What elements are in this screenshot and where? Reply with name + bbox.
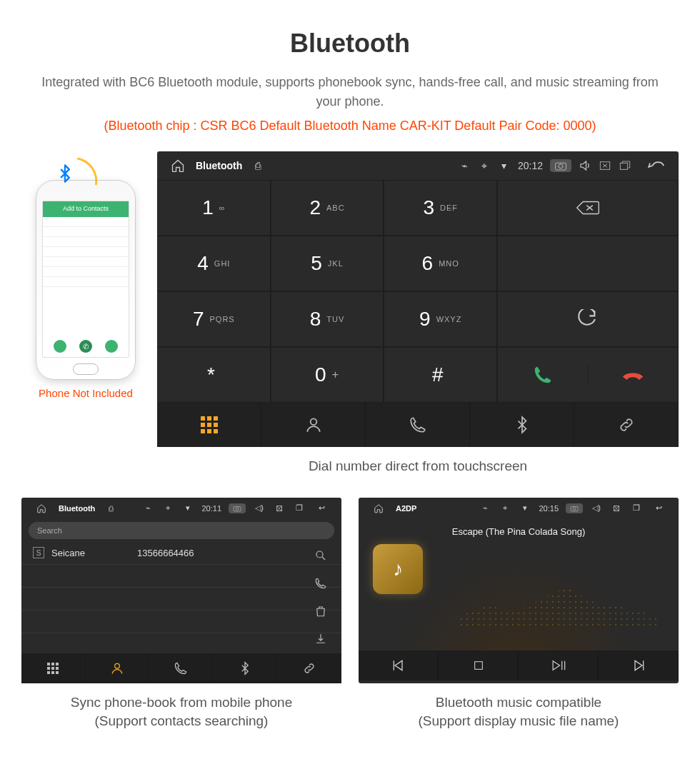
- music-body: Escape (The Pina Colada Song) ♪: [359, 519, 679, 650]
- wifi-icon: ▾: [519, 503, 531, 513]
- home-icon[interactable]: [35, 503, 48, 513]
- back-icon[interactable]: ↩: [315, 503, 328, 513]
- phone-note: Phone Not Included: [21, 387, 150, 399]
- recents-icon[interactable]: ❐: [630, 503, 643, 513]
- prev-button[interactable]: [359, 650, 439, 680]
- signal-wave-icon: [73, 157, 101, 185]
- key-8[interactable]: 8TUV: [271, 291, 384, 347]
- song-title: Escape (The Pina Colada Song): [452, 526, 585, 537]
- close-icon[interactable]: ⛝: [610, 504, 623, 513]
- call-icon[interactable]: [314, 577, 327, 590]
- key-1[interactable]: 1∞: [157, 180, 271, 236]
- phone-home-button: [73, 363, 99, 375]
- music-screen: A2DP ⌁ ⌖ ▾ 20:15 ◁) ⛝ ❐ ↩ Escape (The Pi…: [359, 498, 679, 683]
- usb-icon: ⎙: [251, 160, 264, 171]
- camera-icon[interactable]: [566, 503, 583, 513]
- volume-icon[interactable]: ◁): [253, 503, 266, 513]
- bluetooth-status-icon: ⌁: [141, 503, 154, 513]
- page-subtitle: Integrated with BC6 Bluetooth module, su…: [0, 73, 700, 111]
- phonebook-tabs: [21, 653, 341, 683]
- call-button[interactable]: [498, 364, 588, 386]
- contact-initial: S: [33, 547, 44, 558]
- svg-point-6: [236, 507, 239, 510]
- recents-icon[interactable]: [619, 159, 631, 172]
- key-0[interactable]: 0+: [271, 347, 384, 403]
- location-icon: ⌖: [161, 503, 174, 513]
- caption-dialer: Dial number direct from touchscreen: [136, 457, 700, 476]
- key-6[interactable]: 6MNO: [384, 236, 497, 291]
- close-icon[interactable]: [599, 159, 611, 172]
- status-bar: A2DP ⌁ ⌖ ▾ 20:15 ◁) ⛝ ❐ ↩: [359, 498, 679, 519]
- tab-pair[interactable]: [277, 653, 341, 683]
- music-controls: [359, 650, 679, 680]
- redial-button[interactable]: [497, 291, 679, 347]
- bluetooth-status-icon: ⌁: [479, 503, 491, 513]
- key-2[interactable]: 2ABC: [271, 180, 384, 236]
- camera-icon[interactable]: [550, 159, 571, 172]
- caption-music: Bluetooth music compatible(Support displ…: [359, 693, 679, 731]
- clock: 20:11: [201, 504, 221, 513]
- location-icon: ⌖: [478, 160, 491, 172]
- status-title: A2DP: [396, 504, 416, 513]
- contact-name: Seicane: [51, 548, 137, 558]
- close-icon[interactable]: ⛝: [273, 504, 286, 513]
- tab-pair[interactable]: [574, 403, 679, 447]
- status-bar: Bluetooth ⎙ ⌁ ⌖ ▾ 20:11 ◁) ⛝ ❐ ↩: [21, 498, 341, 519]
- phonebook-screen: Bluetooth ⎙ ⌁ ⌖ ▾ 20:11 ◁) ⛝ ❐ ↩ Search …: [21, 498, 341, 683]
- svg-point-4: [310, 418, 316, 425]
- volume-icon[interactable]: ◁): [590, 503, 603, 513]
- contact-number: 13566664466: [137, 548, 194, 558]
- hangup-button[interactable]: [589, 364, 678, 386]
- side-empty-1: [497, 236, 679, 291]
- tab-call-log[interactable]: [366, 403, 470, 447]
- tab-contacts[interactable]: [86, 653, 150, 683]
- phone-dock: ✆: [43, 340, 129, 353]
- download-icon[interactable]: [314, 633, 327, 645]
- back-icon[interactable]: ↩: [652, 503, 665, 513]
- bluetooth-icon: [55, 164, 75, 184]
- location-icon: ⌖: [499, 503, 511, 513]
- album-art-icon: ♪: [373, 544, 423, 594]
- backspace-button[interactable]: [497, 180, 679, 236]
- usb-icon: ⎙: [104, 504, 117, 513]
- key-4[interactable]: 4GHI: [157, 236, 271, 291]
- key-star[interactable]: *: [157, 347, 271, 403]
- key-hash[interactable]: #: [384, 347, 497, 403]
- home-icon[interactable]: [372, 503, 385, 513]
- page-title: Bluetooth: [0, 29, 700, 59]
- phone-mock: Add to Contacts ✆: [36, 180, 136, 380]
- next-button[interactable]: [599, 650, 679, 680]
- clock: 20:12: [518, 160, 543, 171]
- status-title: Bluetooth: [196, 160, 242, 171]
- svg-point-8: [115, 663, 120, 668]
- key-5[interactable]: 5JKL: [271, 236, 384, 291]
- recents-icon[interactable]: ❐: [293, 503, 306, 513]
- tab-dialpad[interactable]: [157, 403, 261, 447]
- key-9[interactable]: 9WXYZ: [384, 291, 497, 347]
- tab-bluetooth[interactable]: [470, 403, 574, 447]
- tab-contacts[interactable]: [261, 403, 366, 447]
- svg-point-7: [316, 551, 323, 558]
- dialer-screen: Bluetooth ⎙ ⌁ ⌖ ▾ 20:12 1∞ 2ABC 3DEF 4GH…: [157, 151, 679, 447]
- status-bar: Bluetooth ⎙ ⌁ ⌖ ▾ 20:12: [157, 151, 679, 180]
- spec-line: (Bluetooth chip : CSR BC6 Default Blueto…: [0, 119, 700, 134]
- tab-bluetooth[interactable]: [214, 653, 278, 683]
- phone-column: Add to Contacts ✆ Phone Not Included: [21, 151, 150, 399]
- contact-list: S Seicane 13566664466: [21, 542, 341, 653]
- back-icon[interactable]: [645, 159, 665, 172]
- contact-row[interactable]: S Seicane 13566664466: [21, 542, 341, 565]
- wifi-icon: ▾: [181, 503, 194, 513]
- home-icon[interactable]: [171, 159, 185, 173]
- tab-call-log[interactable]: [149, 653, 214, 683]
- key-3[interactable]: 3DEF: [384, 180, 497, 236]
- dial-pad: 1∞ 2ABC 3DEF 4GHI 5JKL 6MNO 7PQRS 8TUV 9…: [157, 180, 679, 403]
- key-7[interactable]: 7PQRS: [157, 291, 271, 347]
- search-input[interactable]: Search: [29, 522, 334, 539]
- search-icon[interactable]: [314, 549, 327, 562]
- play-pause-button[interactable]: [519, 650, 599, 680]
- delete-icon[interactable]: [314, 605, 327, 618]
- volume-icon[interactable]: [579, 159, 591, 172]
- tab-dialpad[interactable]: [21, 653, 86, 683]
- stop-button[interactable]: [439, 650, 519, 680]
- camera-icon[interactable]: [229, 503, 246, 513]
